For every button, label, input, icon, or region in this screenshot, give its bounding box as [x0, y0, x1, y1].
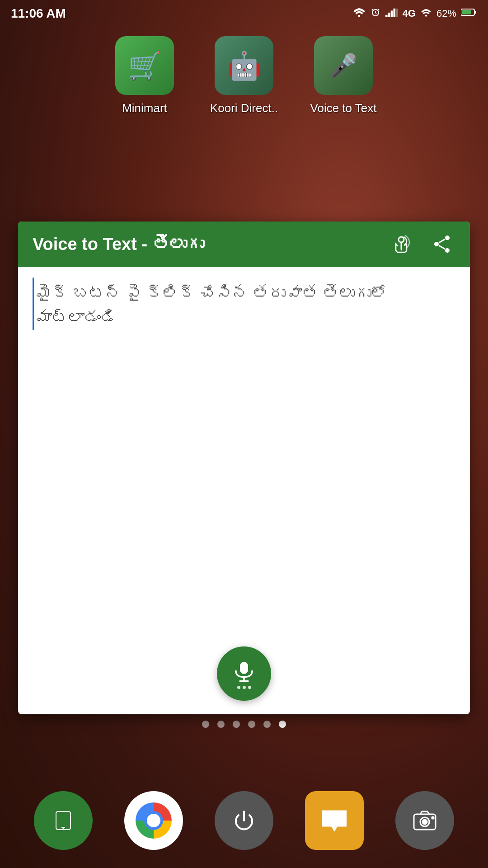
- card-title: Voice to Text - తెలుగు: [33, 235, 388, 254]
- dock-camera[interactable]: [395, 791, 454, 850]
- koori-label: Koori Direct..: [210, 101, 278, 115]
- wifi2-icon: [420, 8, 432, 19]
- svg-point-23: [422, 820, 427, 824]
- svg-rect-10: [462, 10, 471, 14]
- voice-to-text-card: Voice to Text - తెలుగు: [18, 222, 470, 714]
- minimart-icon: [115, 36, 174, 95]
- page-dot-6-active[interactable]: [279, 721, 286, 728]
- battery-icon: [461, 8, 477, 19]
- dock-power[interactable]: [215, 791, 273, 850]
- battery-percent: 62%: [436, 8, 456, 19]
- svg-point-20: [62, 827, 64, 829]
- svg-rect-17: [240, 661, 248, 674]
- mic-dots: [237, 686, 251, 689]
- svg-rect-24: [432, 817, 434, 819]
- dock-chat[interactable]: [305, 791, 364, 850]
- page-dot-5[interactable]: [263, 721, 271, 728]
- svg-rect-9: [474, 11, 476, 14]
- dock-phone[interactable]: [34, 791, 93, 850]
- svg-point-0: [358, 15, 360, 17]
- header-icons: [388, 231, 455, 258]
- svg-rect-2: [385, 15, 388, 17]
- card-header: Voice to Text - తెలుగు: [18, 222, 470, 267]
- status-bar: 11:06 AM: [0, 0, 488, 27]
- svg-point-13: [445, 248, 450, 253]
- minimart-label: Minimart: [122, 101, 167, 115]
- vtt-label: Voice to Text: [310, 101, 377, 115]
- app-icon-koori[interactable]: Koori Direct..: [208, 36, 280, 115]
- app-icon-vtt[interactable]: Voice to Text: [307, 36, 380, 115]
- svg-line-15: [439, 239, 445, 243]
- svg-point-12: [445, 236, 450, 240]
- touch-icon-button[interactable]: [388, 231, 415, 258]
- svg-rect-3: [388, 13, 390, 17]
- mic-button[interactable]: [217, 646, 271, 701]
- svg-rect-4: [390, 11, 393, 17]
- svg-point-14: [434, 242, 439, 246]
- wifi-icon: [353, 7, 366, 20]
- card-body: మైక్ బటన్ పై క్లిక్ చేసిన తరువాత తెలుగుల…: [18, 267, 470, 637]
- dock-chrome[interactable]: [124, 791, 183, 850]
- app-dock: [0, 791, 488, 850]
- page-dot-3[interactable]: [233, 721, 240, 728]
- status-icons: 4G 62%: [353, 7, 477, 20]
- network-type: 4G: [403, 8, 416, 19]
- page-dot-4[interactable]: [248, 721, 255, 728]
- placeholder-text: మైక్ బటన్ పై క్లిక్ చేసిన తరువాత తెలుగుల…: [33, 278, 455, 330]
- page-dots: [0, 721, 488, 728]
- vtt-icon: [314, 36, 373, 95]
- koori-icon: [215, 36, 273, 95]
- chrome-icon: [136, 802, 172, 839]
- mic-button-area: [18, 637, 470, 714]
- app-icon-minimart[interactable]: Minimart: [108, 36, 181, 115]
- svg-point-11: [399, 237, 404, 242]
- home-app-icons: Minimart Koori Direct.. Voice to Text: [0, 36, 488, 115]
- share-icon-button[interactable]: [428, 231, 455, 258]
- svg-rect-6: [396, 9, 398, 17]
- page-dot-1[interactable]: [202, 721, 209, 728]
- status-time: 11:06 AM: [11, 6, 353, 21]
- page-dot-2[interactable]: [217, 721, 225, 728]
- mic-dot-3: [248, 686, 251, 689]
- svg-line-16: [439, 245, 445, 249]
- mic-dot-1: [237, 686, 240, 689]
- svg-rect-5: [393, 9, 395, 17]
- alarm-icon: [370, 7, 381, 20]
- mic-dot-2: [243, 686, 246, 689]
- signal-icon: [385, 7, 398, 20]
- svg-point-7: [425, 14, 427, 16]
